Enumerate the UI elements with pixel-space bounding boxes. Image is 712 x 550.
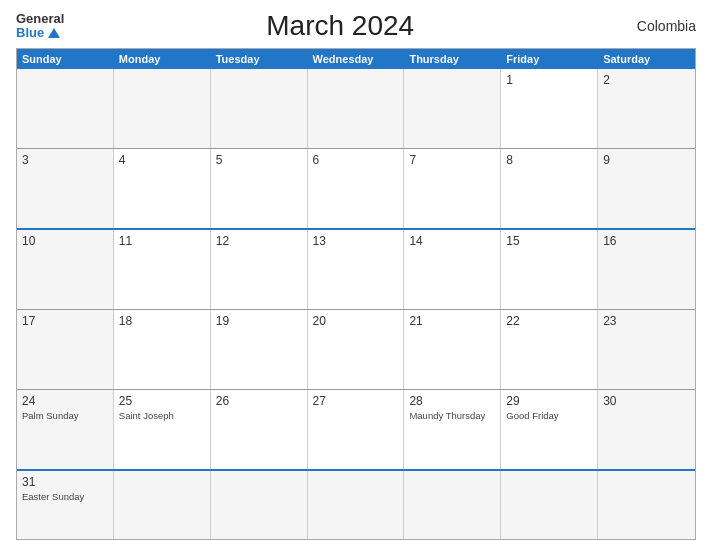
cal-cell: 21	[404, 310, 501, 389]
cal-cell: 13	[308, 230, 405, 309]
day-number: 16	[603, 234, 690, 248]
cal-cell	[114, 471, 211, 539]
logo-blue-text: Blue	[16, 26, 64, 40]
cal-cell: 26	[211, 390, 308, 469]
day-number: 8	[506, 153, 592, 167]
day-number: 22	[506, 314, 592, 328]
day-event: Easter Sunday	[22, 491, 108, 502]
cal-cell: 14	[404, 230, 501, 309]
calendar-title: March 2024	[64, 10, 616, 42]
day-number: 3	[22, 153, 108, 167]
header-day-sunday: Sunday	[17, 49, 114, 69]
header-day-tuesday: Tuesday	[211, 49, 308, 69]
day-number: 28	[409, 394, 495, 408]
day-number: 31	[22, 475, 108, 489]
cal-cell: 3	[17, 149, 114, 228]
day-event: Saint Joseph	[119, 410, 205, 421]
cal-cell: 16	[598, 230, 695, 309]
cal-cell: 10	[17, 230, 114, 309]
header: General Blue March 2024 Colombia	[16, 10, 696, 42]
day-number: 24	[22, 394, 108, 408]
cal-cell: 29Good Friday	[501, 390, 598, 469]
calendar-week-3: 10111213141516	[17, 228, 695, 309]
calendar-week-5: 24Palm Sunday25Saint Joseph262728Maundy …	[17, 389, 695, 469]
logo: General Blue	[16, 12, 64, 41]
cal-cell: 2	[598, 69, 695, 148]
cal-cell: 18	[114, 310, 211, 389]
day-number: 4	[119, 153, 205, 167]
cal-cell: 15	[501, 230, 598, 309]
header-day-friday: Friday	[501, 49, 598, 69]
calendar-week-6: 31Easter Sunday	[17, 469, 695, 539]
logo-triangle-icon	[48, 28, 60, 38]
cal-cell: 25Saint Joseph	[114, 390, 211, 469]
day-number: 30	[603, 394, 690, 408]
cal-cell	[308, 69, 405, 148]
day-number: 10	[22, 234, 108, 248]
cal-cell	[114, 69, 211, 148]
day-number: 12	[216, 234, 302, 248]
calendar-header: SundayMondayTuesdayWednesdayThursdayFrid…	[17, 49, 695, 69]
day-number: 1	[506, 73, 592, 87]
day-number: 27	[313, 394, 399, 408]
cal-cell: 22	[501, 310, 598, 389]
day-number: 2	[603, 73, 690, 87]
day-number: 21	[409, 314, 495, 328]
cal-cell: 9	[598, 149, 695, 228]
day-number: 20	[313, 314, 399, 328]
cal-cell: 27	[308, 390, 405, 469]
cal-cell: 19	[211, 310, 308, 389]
logo-general-text: General	[16, 12, 64, 26]
day-number: 5	[216, 153, 302, 167]
cal-cell: 30	[598, 390, 695, 469]
day-number: 13	[313, 234, 399, 248]
cal-cell	[404, 69, 501, 148]
cal-cell: 8	[501, 149, 598, 228]
cal-cell: 23	[598, 310, 695, 389]
day-number: 11	[119, 234, 205, 248]
cal-cell	[598, 471, 695, 539]
day-number: 9	[603, 153, 690, 167]
cal-cell	[211, 69, 308, 148]
day-number: 25	[119, 394, 205, 408]
day-event: Palm Sunday	[22, 410, 108, 421]
day-number: 15	[506, 234, 592, 248]
calendar: SundayMondayTuesdayWednesdayThursdayFrid…	[16, 48, 696, 540]
cal-cell: 4	[114, 149, 211, 228]
day-number: 18	[119, 314, 205, 328]
country-label: Colombia	[616, 18, 696, 34]
cal-cell: 11	[114, 230, 211, 309]
calendar-week-2: 3456789	[17, 148, 695, 228]
calendar-body: 123456789101112131415161718192021222324P…	[17, 69, 695, 539]
day-number: 19	[216, 314, 302, 328]
calendar-week-1: 12	[17, 69, 695, 148]
cal-cell: 1	[501, 69, 598, 148]
day-number: 17	[22, 314, 108, 328]
page: General Blue March 2024 Colombia SundayM…	[0, 0, 712, 550]
cal-cell: 31Easter Sunday	[17, 471, 114, 539]
cal-cell: 5	[211, 149, 308, 228]
day-number: 23	[603, 314, 690, 328]
day-event: Good Friday	[506, 410, 592, 421]
header-day-thursday: Thursday	[404, 49, 501, 69]
header-day-monday: Monday	[114, 49, 211, 69]
cal-cell: 12	[211, 230, 308, 309]
header-day-saturday: Saturday	[598, 49, 695, 69]
cal-cell	[17, 69, 114, 148]
day-number: 6	[313, 153, 399, 167]
day-number: 26	[216, 394, 302, 408]
cal-cell: 7	[404, 149, 501, 228]
day-number: 29	[506, 394, 592, 408]
cal-cell: 24Palm Sunday	[17, 390, 114, 469]
cal-cell	[404, 471, 501, 539]
cal-cell: 28Maundy Thursday	[404, 390, 501, 469]
day-number: 7	[409, 153, 495, 167]
cal-cell	[211, 471, 308, 539]
day-event: Maundy Thursday	[409, 410, 495, 421]
cal-cell: 17	[17, 310, 114, 389]
calendar-week-4: 17181920212223	[17, 309, 695, 389]
cal-cell	[501, 471, 598, 539]
header-day-wednesday: Wednesday	[308, 49, 405, 69]
day-number: 14	[409, 234, 495, 248]
cal-cell	[308, 471, 405, 539]
